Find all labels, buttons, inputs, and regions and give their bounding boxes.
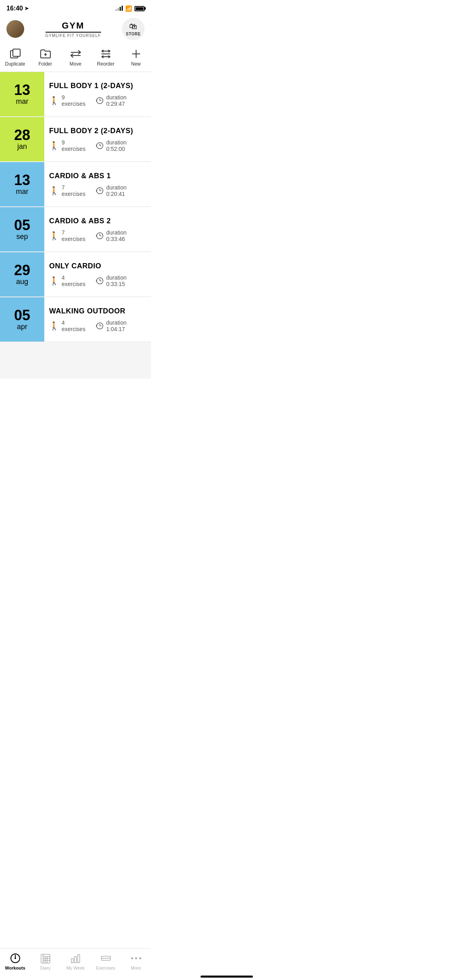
workout-info-1: FULL BODY 2 (2-DAYS) 🚶 9 exercises durat…: [44, 117, 151, 161]
duration-meta-2: duration 0:20:41: [96, 184, 146, 197]
exercises-count-4: 4 exercises: [62, 274, 89, 287]
new-label: New: [131, 61, 141, 67]
date-day-2: 13: [14, 173, 30, 187]
duration-value-2: duration 0:20:41: [106, 184, 146, 197]
duration-meta-0: duration 0:29:47: [96, 94, 146, 107]
date-month-5: apr: [17, 323, 27, 331]
clock-icon-1: [96, 142, 104, 150]
date-day-3: 05: [14, 218, 30, 233]
workout-info-0: FULL BODY 1 (2-DAYS) 🚶 9 exercises durat…: [44, 72, 151, 116]
workout-item[interactable]: 05 sep CARDIO & ABS 2 🚶 7 exercises dur: [0, 207, 151, 252]
workout-info-3: CARDIO & ABS 2 🚶 7 exercises duration 0:…: [44, 207, 151, 251]
status-time: 16:40 ➤: [6, 5, 29, 12]
date-badge-2: 13 mar: [0, 162, 44, 206]
workout-item[interactable]: 29 aug ONLY CARDIO 🚶 4 exercises durati: [0, 252, 151, 297]
figure-icon-4: 🚶: [49, 276, 59, 286]
exercises-count-0: 9 exercises: [62, 94, 89, 107]
date-badge-5: 05 apr: [0, 297, 44, 342]
workout-info-2: CARDIO & ABS 1 🚶 7 exercises duration 0:…: [44, 162, 151, 206]
toolbar-reorder[interactable]: Reorder: [94, 48, 118, 67]
exercises-count-2: 7 exercises: [62, 184, 89, 197]
date-badge-4: 29 aug: [0, 252, 44, 296]
duration-value-5: duration 1:04:17: [106, 319, 146, 332]
workout-name-5: WALKING OUTDOOR: [49, 307, 146, 315]
exercises-count-5: 4 exercises: [62, 319, 89, 332]
date-badge-1: 28 jan: [0, 117, 44, 161]
duration-value-0: duration 0:29:47: [106, 94, 146, 107]
toolbar: Duplicate Folder Move: [0, 45, 151, 72]
header-center: GYM GYMLIFE FIT YOURSELF: [46, 21, 101, 38]
date-month-1: jan: [17, 142, 27, 151]
date-day-1: 28: [14, 128, 30, 142]
duration-meta-1: duration 0:52:00: [96, 139, 146, 152]
new-icon: [131, 48, 141, 60]
date-badge-3: 05 sep: [0, 207, 44, 251]
exercises-count-1: 9 exercises: [62, 139, 89, 152]
workout-item[interactable]: 13 mar FULL BODY 1 (2-DAYS) 🚶 9 exercise…: [0, 72, 151, 117]
toolbar-new[interactable]: New: [124, 48, 148, 67]
avatar[interactable]: [6, 20, 24, 38]
location-icon: ➤: [25, 6, 29, 11]
workout-item[interactable]: 28 jan FULL BODY 2 (2-DAYS) 🚶 9 exercise…: [0, 117, 151, 162]
folder-icon: [40, 48, 51, 60]
date-month-0: mar: [16, 97, 29, 106]
date-month-2: mar: [16, 187, 29, 196]
workout-name-4: ONLY CARDIO: [49, 262, 146, 270]
date-month-4: aug: [16, 278, 28, 286]
svg-rect-1: [13, 49, 20, 56]
workout-name-3: CARDIO & ABS 2: [49, 217, 146, 225]
figure-icon-3: 🚶: [49, 231, 59, 241]
reorder-label: Reorder: [97, 61, 114, 67]
workout-meta-0: 🚶 9 exercises duration 0:29:47: [49, 94, 146, 107]
clock-icon-3: [96, 232, 104, 240]
workout-item[interactable]: 13 mar CARDIO & ABS 1 🚶 7 exercises dur: [0, 162, 151, 207]
figure-icon-2: 🚶: [49, 186, 59, 196]
move-icon: [70, 48, 81, 60]
store-label: STORE: [126, 32, 141, 36]
reorder-icon: [101, 48, 111, 60]
workout-name-1: FULL BODY 2 (2-DAYS): [49, 127, 146, 135]
workout-meta-1: 🚶 9 exercises duration 0:52:00: [49, 139, 146, 152]
date-month-3: sep: [16, 233, 28, 241]
app-title: GYM: [46, 21, 101, 33]
date-day-0: 13: [14, 83, 30, 97]
workout-info-4: ONLY CARDIO 🚶 4 exercises duration 0:33:…: [44, 252, 151, 296]
figure-icon-5: 🚶: [49, 321, 59, 331]
workout-name-0: FULL BODY 1 (2-DAYS): [49, 82, 146, 90]
exercises-meta-2: 🚶 7 exercises: [49, 184, 89, 197]
exercises-meta-5: 🚶 4 exercises: [49, 319, 89, 332]
signal-icon: [116, 6, 123, 11]
duration-value-1: duration 0:52:00: [106, 139, 146, 152]
status-icons: 📶: [116, 5, 145, 12]
clock-icon-5: [96, 322, 104, 330]
duration-meta-4: duration 0:33:15: [96, 274, 146, 287]
exercises-meta-0: 🚶 9 exercises: [49, 94, 89, 107]
duration-value-3: duration 0:33:46: [106, 229, 146, 242]
store-button[interactable]: 🛍 STORE: [122, 18, 145, 40]
exercises-count-3: 7 exercises: [62, 229, 89, 242]
exercises-meta-1: 🚶 9 exercises: [49, 139, 89, 152]
workout-meta-4: 🚶 4 exercises duration 0:33:15: [49, 274, 146, 287]
duration-meta-3: duration 0:33:46: [96, 229, 146, 242]
clock-icon-2: [96, 187, 104, 195]
exercises-meta-4: 🚶 4 exercises: [49, 274, 89, 287]
toolbar-move[interactable]: Move: [64, 48, 88, 67]
date-day-4: 29: [14, 263, 30, 278]
toolbar-duplicate[interactable]: Duplicate: [3, 48, 27, 67]
store-bag-icon: 🛍: [129, 22, 137, 31]
workout-meta-2: 🚶 7 exercises duration 0:20:41: [49, 184, 146, 197]
workout-item[interactable]: 05 apr WALKING OUTDOOR 🚶 4 exercises du: [0, 297, 151, 342]
clock-icon-4: [96, 277, 104, 285]
move-label: Move: [70, 61, 81, 67]
toolbar-folder[interactable]: Folder: [33, 48, 58, 67]
header: GYM GYMLIFE FIT YOURSELF 🛍 STORE: [0, 14, 151, 45]
battery-icon: [134, 6, 145, 11]
workout-info-5: WALKING OUTDOOR 🚶 4 exercises duration 1…: [44, 297, 151, 342]
duplicate-label: Duplicate: [5, 61, 25, 67]
duplicate-icon: [10, 48, 21, 60]
workout-list: 13 mar FULL BODY 1 (2-DAYS) 🚶 9 exercise…: [0, 72, 151, 379]
wifi-icon: 📶: [125, 5, 132, 12]
exercises-meta-3: 🚶 7 exercises: [49, 229, 89, 242]
folder-label: Folder: [38, 61, 52, 67]
status-bar: 16:40 ➤ 📶: [0, 0, 151, 14]
